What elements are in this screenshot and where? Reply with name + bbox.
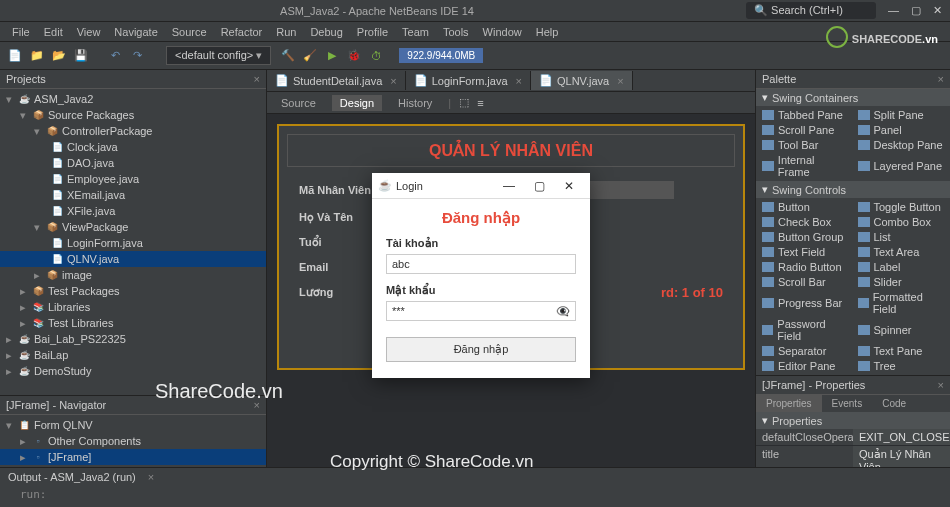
panel-close-icon[interactable]: × bbox=[938, 379, 944, 391]
props-tab-events[interactable]: Events bbox=[822, 395, 873, 412]
selection-mode-icon[interactable]: ⬚ bbox=[459, 96, 469, 109]
build-icon[interactable]: 🔨 bbox=[279, 47, 297, 65]
menu-source[interactable]: Source bbox=[166, 24, 213, 40]
memory-indicator[interactable]: 922.9/944.0MB bbox=[399, 48, 483, 63]
java-file[interactable]: 📄Employee.java bbox=[0, 171, 266, 187]
maximize-icon[interactable]: ▢ bbox=[911, 4, 921, 17]
password-input[interactable] bbox=[386, 301, 576, 321]
java-file[interactable]: 📄LoginForm.java bbox=[0, 235, 266, 251]
project-root[interactable]: ▾☕ASM_Java2 bbox=[0, 91, 266, 107]
palette-item[interactable]: Panel bbox=[854, 123, 949, 137]
palette-item[interactable]: Label bbox=[854, 260, 949, 274]
menu-profile[interactable]: Profile bbox=[351, 24, 394, 40]
menu-team[interactable]: Team bbox=[396, 24, 435, 40]
palette-item[interactable]: Split Pane bbox=[854, 108, 949, 122]
panel-close-icon[interactable]: × bbox=[254, 73, 260, 85]
palette-item[interactable]: Layered Pane bbox=[854, 153, 949, 179]
menu-tools[interactable]: Tools bbox=[437, 24, 475, 40]
controller-package[interactable]: ▾📦ControllerPackage bbox=[0, 123, 266, 139]
menu-run[interactable]: Run bbox=[270, 24, 302, 40]
tree-node[interactable]: ▸📚Test Libraries bbox=[0, 315, 266, 331]
nav-item[interactable]: ▸▫Other Components bbox=[0, 433, 266, 449]
nav-root[interactable]: ▾📋Form QLNV bbox=[0, 417, 266, 433]
property-row[interactable]: titleQuản Lý Nhân Viên bbox=[756, 446, 950, 467]
palette-item[interactable]: Tree bbox=[854, 359, 949, 373]
project-node[interactable]: ▸☕BaiLap bbox=[0, 347, 266, 363]
new-project-icon[interactable]: 📁 bbox=[28, 47, 46, 65]
palette-item[interactable]: Tool Bar bbox=[758, 138, 853, 152]
view-package[interactable]: ▾📦ViewPackage bbox=[0, 219, 266, 235]
open-icon[interactable]: 📂 bbox=[50, 47, 68, 65]
palette-item[interactable]: List bbox=[854, 230, 949, 244]
eye-off-icon[interactable]: 👁‍🗨 bbox=[556, 305, 570, 318]
project-node[interactable]: ▸☕DemoStudy bbox=[0, 363, 266, 379]
palette-item[interactable]: Text Area bbox=[854, 245, 949, 259]
menu-edit[interactable]: Edit bbox=[38, 24, 69, 40]
menu-view[interactable]: View bbox=[71, 24, 107, 40]
section-containers[interactable]: ▾ Swing Containers bbox=[756, 89, 950, 106]
palette-item[interactable]: Progress Bar bbox=[758, 290, 853, 316]
profile-icon[interactable]: ⏱ bbox=[367, 47, 385, 65]
java-file[interactable]: 📄XFile.java bbox=[0, 203, 266, 219]
output-close-icon[interactable]: × bbox=[148, 471, 154, 483]
tab-close-icon[interactable]: × bbox=[390, 75, 396, 87]
login-button[interactable]: Đăng nhập bbox=[386, 337, 576, 362]
palette-item[interactable]: Toggle Button bbox=[854, 200, 949, 214]
palette-item[interactable]: Internal Frame bbox=[758, 153, 853, 179]
palette-item[interactable]: Button bbox=[758, 200, 853, 214]
menu-debug[interactable]: Debug bbox=[304, 24, 348, 40]
palette-item[interactable]: Combo Box bbox=[854, 215, 949, 229]
minimize-icon[interactable]: — bbox=[888, 4, 899, 17]
file-tab[interactable]: 📄LoginForm.java× bbox=[406, 71, 531, 90]
menu-refactor[interactable]: Refactor bbox=[215, 24, 269, 40]
palette-item[interactable]: Formatted Field bbox=[854, 290, 949, 316]
editor-tab-source[interactable]: Source bbox=[273, 95, 324, 111]
palette-item[interactable]: Text Pane bbox=[854, 344, 949, 358]
panel-close-icon[interactable]: × bbox=[938, 73, 944, 85]
close-icon[interactable]: ✕ bbox=[933, 4, 942, 17]
source-packages[interactable]: ▾📦Source Packages bbox=[0, 107, 266, 123]
run-icon[interactable]: ▶ bbox=[323, 47, 341, 65]
tab-close-icon[interactable]: × bbox=[516, 75, 522, 87]
global-search[interactable]: 🔍 Search (Ctrl+I) bbox=[746, 2, 876, 19]
dialog-maximize-icon[interactable]: ▢ bbox=[524, 179, 554, 193]
debug-icon[interactable]: 🐞 bbox=[345, 47, 363, 65]
palette-item[interactable]: Text Field bbox=[758, 245, 853, 259]
save-all-icon[interactable]: 💾 bbox=[72, 47, 90, 65]
java-file[interactable]: 📄DAO.java bbox=[0, 155, 266, 171]
palette-item[interactable]: Scroll Pane bbox=[758, 123, 853, 137]
palette-item[interactable]: Separator bbox=[758, 344, 853, 358]
file-tab-active[interactable]: 📄QLNV.java× bbox=[531, 71, 633, 90]
palette-item[interactable]: Check Box bbox=[758, 215, 853, 229]
palette-item[interactable]: Tabbed Pane bbox=[758, 108, 853, 122]
menu-window[interactable]: Window bbox=[477, 24, 528, 40]
palette-item[interactable]: Button Group bbox=[758, 230, 853, 244]
align-icon[interactable]: ≡ bbox=[477, 97, 483, 109]
username-input[interactable] bbox=[386, 254, 576, 274]
new-file-icon[interactable]: 📄 bbox=[6, 47, 24, 65]
menu-navigate[interactable]: Navigate bbox=[108, 24, 163, 40]
clean-build-icon[interactable]: 🧹 bbox=[301, 47, 319, 65]
tree-node[interactable]: ▸📦image bbox=[0, 267, 266, 283]
java-file-selected[interactable]: 📄QLNV.java bbox=[0, 251, 266, 267]
palette-item[interactable]: Desktop Pane bbox=[854, 138, 949, 152]
props-tab-code[interactable]: Code bbox=[872, 395, 916, 412]
config-combo[interactable]: <default config> ▾ bbox=[166, 46, 271, 65]
dialog-minimize-icon[interactable]: — bbox=[494, 179, 524, 193]
project-node[interactable]: ▸☕Bai_Lab_PS22325 bbox=[0, 331, 266, 347]
tab-close-icon[interactable]: × bbox=[617, 75, 623, 87]
props-tab-properties[interactable]: Properties bbox=[756, 395, 822, 412]
java-file[interactable]: 📄XEmail.java bbox=[0, 187, 266, 203]
section-controls[interactable]: ▾ Swing Controls bbox=[756, 181, 950, 198]
menu-help[interactable]: Help bbox=[530, 24, 565, 40]
property-row[interactable]: defaultCloseOperationEXIT_ON_CLOSE bbox=[756, 429, 950, 446]
redo-icon[interactable]: ↷ bbox=[128, 47, 146, 65]
java-file[interactable]: 📄Clock.java bbox=[0, 139, 266, 155]
tree-node[interactable]: ▸📦Test Packages bbox=[0, 283, 266, 299]
palette-item[interactable]: Slider bbox=[854, 275, 949, 289]
palette-item[interactable]: Editor Pane bbox=[758, 359, 853, 373]
palette-item[interactable]: Radio Button bbox=[758, 260, 853, 274]
tree-node[interactable]: ▸📚Libraries bbox=[0, 299, 266, 315]
file-tab[interactable]: 📄StudentDetail.java× bbox=[267, 71, 406, 90]
palette-item[interactable]: Password Field bbox=[758, 317, 853, 343]
